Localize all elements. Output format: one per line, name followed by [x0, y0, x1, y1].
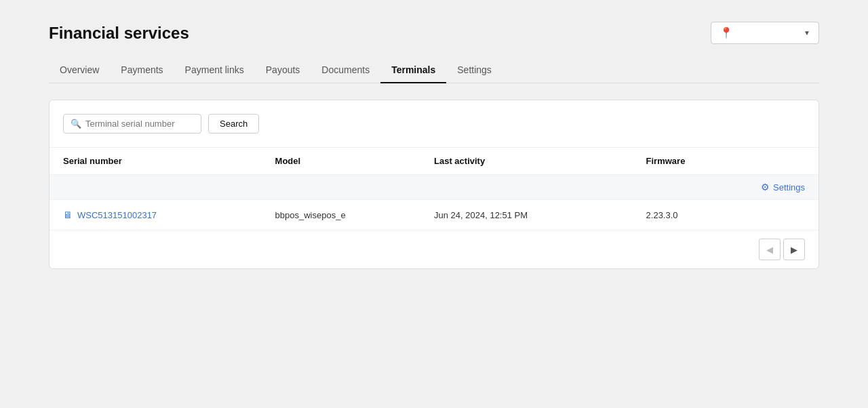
chevron-left-icon: ◀	[766, 245, 773, 255]
cell-model: bbpos_wisepos_e	[275, 210, 434, 220]
nav-tabs: Overview Payments Payment links Payouts …	[49, 58, 819, 83]
cell-last-activity: Jun 24, 2024, 12:51 PM	[434, 210, 646, 220]
tab-overview[interactable]: Overview	[49, 58, 110, 83]
pagination-row: ◀ ▶	[50, 230, 818, 268]
tab-payouts[interactable]: Payouts	[255, 58, 311, 83]
tab-payments[interactable]: Payments	[110, 58, 174, 83]
settings-link-label: Settings	[773, 182, 805, 192]
gear-icon: ⚙	[761, 182, 770, 192]
tab-payment-links[interactable]: Payment links	[174, 58, 255, 83]
location-pin-icon: 📍	[719, 26, 733, 39]
tab-settings[interactable]: Settings	[446, 58, 502, 83]
pagination-prev-button[interactable]: ◀	[759, 239, 781, 260]
search-button[interactable]: Search	[208, 114, 259, 134]
search-input-wrapper: 🔍	[63, 114, 201, 134]
search-input[interactable]	[85, 119, 194, 129]
terminal-serial-link[interactable]: 🖥 WSC513151002317	[63, 209, 275, 220]
terminal-device-icon: 🖥	[63, 209, 73, 220]
serial-number-value: WSC513151002317	[77, 210, 157, 220]
chevron-down-icon: ▼	[804, 29, 810, 37]
tab-documents[interactable]: Documents	[311, 58, 380, 83]
cell-serial: 🖥 WSC513151002317	[63, 209, 275, 220]
col-firmware: Firmware	[646, 156, 805, 166]
col-serial: Serial number	[63, 156, 275, 166]
cell-firmware: 2.23.3.0	[646, 210, 805, 220]
settings-link[interactable]: ⚙ Settings	[761, 182, 805, 192]
col-model: Model	[275, 156, 434, 166]
location-selector[interactable]: 📍 ▼	[711, 22, 819, 44]
settings-row: ⚙ Settings	[50, 175, 818, 200]
tab-terminals[interactable]: Terminals	[380, 58, 446, 83]
col-last-activity: Last activity	[434, 156, 646, 166]
table-row: 🖥 WSC513151002317 bbpos_wisepos_e Jun 24…	[50, 200, 818, 230]
pagination-next-button[interactable]: ▶	[783, 239, 805, 260]
chevron-right-icon: ▶	[791, 245, 797, 255]
page-title: Financial services	[49, 24, 189, 43]
terminals-card: 🔍 Search Serial number Model Last activi…	[49, 100, 819, 269]
table-header: Serial number Model Last activity Firmwa…	[50, 148, 818, 175]
search-bar: 🔍 Search	[50, 100, 818, 148]
search-icon: 🔍	[71, 119, 81, 129]
